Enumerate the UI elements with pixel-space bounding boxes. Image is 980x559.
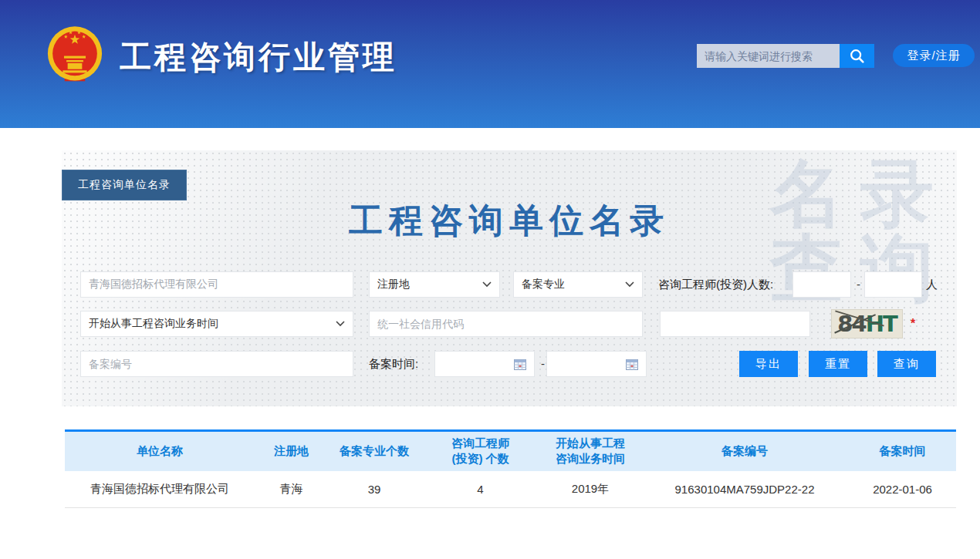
specialty-select-value: 备案专业 xyxy=(522,278,565,291)
chevron-down-icon xyxy=(336,321,345,327)
cell-specialty-count: 39 xyxy=(328,471,421,508)
captcha-text-part2: HT xyxy=(866,311,897,337)
cell-unit-name: 青海国德招标代理有限公司 xyxy=(65,471,255,508)
col-header-specialty-count: 备案专业个数 xyxy=(328,431,421,471)
record-time-range-separator: - xyxy=(541,351,545,377)
specialty-select[interactable]: 备案专业 xyxy=(513,271,643,298)
cell-region: 青海 xyxy=(255,471,328,508)
cell-record-number: 91630104MA759JDP22-22 xyxy=(640,471,849,508)
directory-panel: 名录 查询 工程咨询单位名录 工程咨询单位名录 注册地 备案专业 咨询工程师(投… xyxy=(62,150,957,406)
record-time-label: 备案时间: xyxy=(369,351,418,377)
cell-start-time: 2019年 xyxy=(540,471,640,508)
site-title: 工程咨询行业管理 xyxy=(120,36,397,79)
page: 工程咨询行业管理 登录/注册 名录 查询 工程咨询单位名录 工程咨询单位名录 注… xyxy=(0,0,980,559)
record-number-input[interactable] xyxy=(80,351,353,377)
table-header-row: 单位名称 注册地 备案专业个数 咨询工程师 (投资) 个数 开始从事工程 咨询业… xyxy=(65,431,956,471)
calendar-icon xyxy=(626,359,638,370)
site-header: 工程咨询行业管理 登录/注册 xyxy=(0,0,980,128)
reset-button[interactable]: 重置 xyxy=(809,351,867,377)
start-time-select[interactable]: 开始从事工程咨询业务时间 xyxy=(80,311,353,337)
captcha-text-part1: 84 xyxy=(837,311,865,337)
query-button[interactable]: 查询 xyxy=(877,351,936,377)
record-time-start-input[interactable] xyxy=(434,351,535,377)
captcha-required-mark: * xyxy=(911,309,915,335)
engineer-count-max-input[interactable] xyxy=(864,271,922,298)
engineer-count-min-input[interactable] xyxy=(792,271,851,298)
captcha-image[interactable]: 84HT xyxy=(831,309,903,338)
engineer-count-range-separator: - xyxy=(857,271,860,298)
engineer-count-unit-label: 人 xyxy=(926,271,938,298)
engineer-count-label: 咨询工程师(投资)人数: xyxy=(658,271,773,298)
calendar-icon xyxy=(514,359,526,370)
col-header-start-time: 开始从事工程 咨询业务时间 xyxy=(540,431,640,471)
unit-name-input[interactable] xyxy=(80,271,353,298)
page-title: 工程咨询单位名录 xyxy=(62,198,957,244)
region-select-value: 注册地 xyxy=(377,278,410,291)
tab-unit-directory[interactable]: 工程咨询单位名录 xyxy=(62,170,187,200)
national-emblem-icon xyxy=(45,23,105,86)
record-time-end-input[interactable] xyxy=(546,351,647,377)
export-button[interactable]: 导出 xyxy=(739,351,798,377)
col-header-unit-name: 单位名称 xyxy=(65,431,255,471)
chevron-down-icon xyxy=(625,281,634,288)
search-icon xyxy=(849,48,866,65)
chevron-down-icon xyxy=(482,281,492,288)
col-header-engineer-count: 咨询工程师 (投资) 个数 xyxy=(421,431,540,471)
col-header-region: 注册地 xyxy=(255,431,328,471)
cell-record-time: 2022-01-06 xyxy=(849,471,956,508)
col-header-record-time: 备案时间 xyxy=(849,431,956,471)
captcha-input[interactable] xyxy=(660,311,810,337)
header-search-input[interactable] xyxy=(697,44,840,68)
results-table-section: 单位名称 注册地 备案专业个数 咨询工程师 (投资) 个数 开始从事工程 咨询业… xyxy=(65,429,956,508)
login-register-button[interactable]: 登录/注册 xyxy=(893,44,975,67)
header-search-button[interactable] xyxy=(840,44,874,68)
start-time-select-value: 开始从事工程咨询业务时间 xyxy=(89,317,218,331)
col-header-record-number: 备案编号 xyxy=(640,431,849,471)
region-select[interactable]: 注册地 xyxy=(369,271,500,298)
cell-engineer-count: 4 xyxy=(421,471,540,508)
table-row: 青海国德招标代理有限公司 青海 39 4 2019年 91630104MA759… xyxy=(65,471,956,508)
header-search-group xyxy=(697,44,874,68)
results-table: 单位名称 注册地 备案专业个数 咨询工程师 (投资) 个数 开始从事工程 咨询业… xyxy=(65,429,956,508)
credit-code-input[interactable] xyxy=(369,311,643,337)
